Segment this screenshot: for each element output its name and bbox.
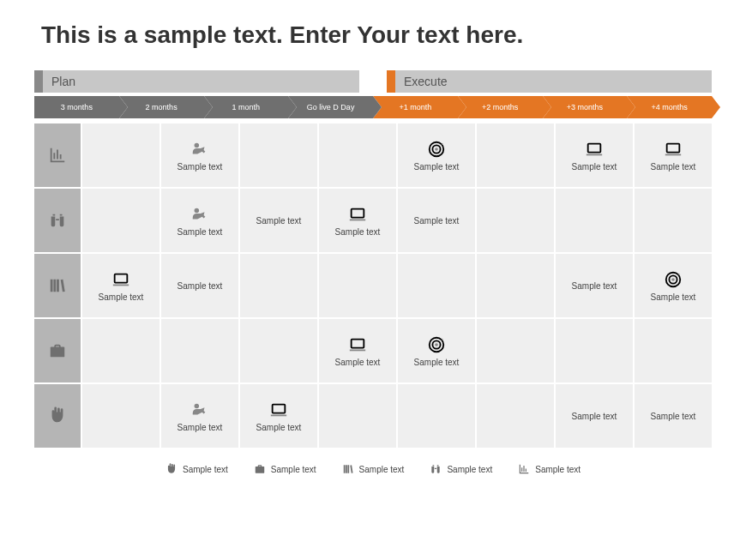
cell-label: Sample text xyxy=(177,162,223,172)
timeline-step: +3 months xyxy=(543,96,628,118)
grid-cell xyxy=(635,189,712,252)
row-header xyxy=(34,123,81,187)
laptop-icon xyxy=(348,335,367,354)
grid-cell xyxy=(319,384,396,448)
legend: Sample textSample textSample textSample … xyxy=(34,463,712,475)
target-icon xyxy=(427,140,446,159)
matrix-grid: Sample textSample textSample textSample … xyxy=(34,123,712,448)
grid-cell: Sample text xyxy=(398,319,475,382)
timeline-step: 3 months xyxy=(34,96,119,118)
laptop-icon xyxy=(111,270,130,289)
grid-cell: Sample text xyxy=(161,254,238,317)
chart-icon xyxy=(518,463,530,475)
cell-label: Sample text xyxy=(572,281,617,291)
cell-label: Sample text xyxy=(177,227,223,237)
grid-cell: Sample text xyxy=(82,254,159,317)
cell-label: Sample text xyxy=(335,227,381,237)
grid-cell xyxy=(477,189,554,252)
target-icon xyxy=(427,335,446,354)
fist-icon xyxy=(48,406,67,425)
legend-item: Sample text xyxy=(254,463,316,475)
grid-cell xyxy=(319,254,396,317)
phase-divider xyxy=(359,70,387,93)
timeline-step: Go live D Day xyxy=(288,96,373,118)
legend-item: Sample text xyxy=(430,463,492,475)
legend-item: Sample text xyxy=(342,463,405,475)
grid-cell: Sample text xyxy=(161,123,238,187)
megaphone-icon xyxy=(190,205,209,224)
briefcase-icon xyxy=(48,341,67,360)
chart-icon xyxy=(48,146,67,165)
cell-label: Sample text xyxy=(414,216,460,226)
grid-cell xyxy=(82,189,159,252)
row-header xyxy=(34,384,81,448)
cell-label: Sample text xyxy=(572,162,617,172)
phase-plan: Plan xyxy=(34,70,359,93)
laptop-icon xyxy=(348,205,367,224)
legend-item: Sample text xyxy=(518,463,581,475)
row-header xyxy=(34,189,81,252)
grid-cell: Sample text xyxy=(398,189,475,252)
cell-label: Sample text xyxy=(651,292,696,302)
timeline-step: 2 months xyxy=(119,96,204,118)
grid-cell xyxy=(398,384,475,448)
execute-tab xyxy=(387,70,395,93)
grid-cell xyxy=(477,123,554,187)
books-icon xyxy=(342,463,354,475)
legend-label: Sample text xyxy=(359,465,405,474)
diagram: Plan Execute 3 months2 months1 monthGo l… xyxy=(0,70,746,475)
grid-cell xyxy=(398,254,475,317)
briefcase-icon xyxy=(254,463,266,475)
laptop-icon xyxy=(664,140,683,159)
timeline-step: +1 month xyxy=(373,96,458,118)
grid-cell: Sample text xyxy=(635,123,712,187)
binoculars-icon xyxy=(48,211,67,230)
legend-label: Sample text xyxy=(535,465,581,474)
row-header xyxy=(34,254,81,317)
plan-tab xyxy=(34,70,43,93)
legend-label: Sample text xyxy=(447,465,492,474)
binoculars-icon xyxy=(430,463,442,475)
cell-label: Sample text xyxy=(256,216,302,226)
grid-cell xyxy=(82,123,159,187)
grid-cell xyxy=(240,319,317,382)
laptop-icon xyxy=(585,140,604,159)
row-header xyxy=(34,319,81,382)
fist-icon xyxy=(165,463,177,475)
grid-cell xyxy=(82,319,159,382)
grid-cell: Sample text xyxy=(556,254,633,317)
grid-cell xyxy=(477,319,554,382)
grid-cell xyxy=(161,319,238,382)
cell-label: Sample text xyxy=(177,423,223,432)
grid-cell: Sample text xyxy=(319,189,396,252)
cell-label: Sample text xyxy=(256,423,302,432)
grid-cell: Sample text xyxy=(635,254,712,317)
megaphone-icon xyxy=(190,140,209,159)
timeline-step: +2 months xyxy=(458,96,543,118)
phase-execute: Execute xyxy=(387,70,712,93)
cell-label: Sample text xyxy=(414,358,460,367)
cell-label: Sample text xyxy=(651,162,696,172)
cell-label: Sample text xyxy=(335,358,381,367)
books-icon xyxy=(48,276,67,295)
timeline-step: +4 months xyxy=(627,96,712,118)
legend-label: Sample text xyxy=(183,465,228,474)
legend-label: Sample text xyxy=(271,465,316,474)
target-icon xyxy=(664,270,683,289)
grid-cell xyxy=(240,123,317,187)
grid-cell: Sample text xyxy=(161,189,238,252)
megaphone-icon xyxy=(190,400,209,419)
grid-cell xyxy=(635,319,712,382)
grid-cell: Sample text xyxy=(635,384,712,448)
grid-cell xyxy=(240,254,317,317)
laptop-icon xyxy=(269,400,288,419)
grid-cell xyxy=(477,384,554,448)
timeline-step: 1 month xyxy=(204,96,289,118)
plan-label: Plan xyxy=(43,70,359,93)
cell-label: Sample text xyxy=(99,292,144,302)
phase-header: Plan Execute xyxy=(34,70,712,93)
grid-cell: Sample text xyxy=(319,319,396,382)
timeline-row: 3 months2 months1 monthGo live D Day+1 m… xyxy=(34,96,712,118)
grid-cell xyxy=(556,319,633,382)
page-title: This is a sample text. Enter Your text h… xyxy=(0,0,746,70)
